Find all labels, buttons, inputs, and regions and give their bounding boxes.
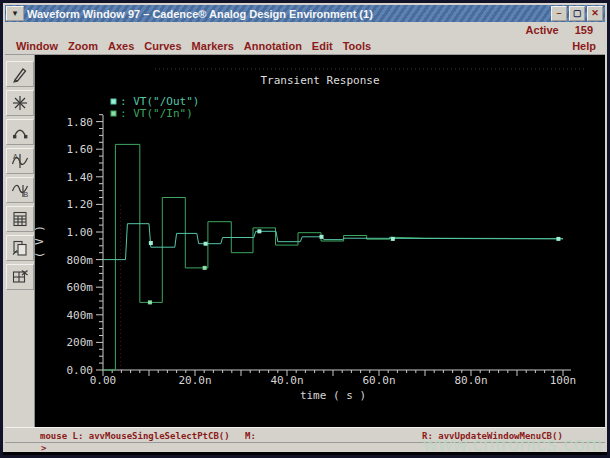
svg-text:0.00: 0.00: [90, 374, 117, 387]
data-point-marker[interactable]: [203, 266, 207, 270]
menu-item-markers[interactable]: Markers: [187, 40, 239, 52]
legend-item: : VT("/In"): [120, 107, 193, 120]
title-bar[interactable]: ▾ Waveform Window 97 – Cadence® Analog D…: [5, 5, 605, 22]
menu-bar: WindowZoomAxesCurvesMarkersAnnotationEdi…: [5, 38, 605, 55]
plot-area[interactable]: 0.0020.0n40.0n60.0n80.0n100n0.00200m400m…: [35, 55, 605, 427]
svg-text:60.0n: 60.0n: [362, 374, 395, 387]
svg-text:600m: 600m: [67, 281, 94, 294]
window-title: Waveform Window 97 – Cadence® Analog Des…: [27, 8, 549, 20]
svg-text:100n: 100n: [550, 374, 577, 387]
series-line-1[interactable]: [103, 144, 563, 370]
data-point-marker[interactable]: [320, 235, 324, 239]
menu-item-curves[interactable]: Curves: [139, 40, 186, 52]
svg-text:1.60: 1.60: [67, 143, 94, 156]
svg-text:1.20: 1.20: [67, 198, 94, 211]
menu-item-window[interactable]: Window: [5, 40, 63, 52]
mouse-left-binding: mouse L: avvMouseSingleSelectPtCB(): [40, 431, 230, 441]
menu-item-axes[interactable]: Axes: [103, 40, 139, 52]
svg-text:20.0n: 20.0n: [178, 374, 211, 387]
svg-text:200m: 200m: [67, 336, 94, 349]
arc-markers-icon[interactable]: [6, 119, 34, 145]
transient-chart[interactable]: 0.0020.0n40.0n60.0n80.0n100n0.00200m400m…: [35, 55, 605, 429]
chart-title: Transient Response: [260, 74, 379, 87]
window-controls: – ▢ ✕: [549, 6, 603, 21]
main-area: A B: [5, 55, 605, 427]
data-point-marker[interactable]: [556, 237, 560, 241]
data-point-marker[interactable]: [391, 237, 395, 241]
mouse-right-binding: R: avvUpdateWindowMenuCB(): [422, 431, 563, 441]
active-label: Active: [526, 24, 559, 36]
svg-text:400m: 400m: [67, 309, 94, 322]
menu-item-annotation[interactable]: Annotation: [239, 40, 307, 52]
svg-text:800m: 800m: [67, 254, 94, 267]
svg-text:40.0n: 40.0n: [270, 374, 303, 387]
menubar-items: WindowZoomAxesCurvesMarkersAnnotationEdi…: [5, 40, 376, 52]
menu-item-zoom[interactable]: Zoom: [63, 40, 103, 52]
pen-icon[interactable]: [6, 61, 34, 87]
status-bar: mouse L: avvMouseSingleSelectPtCB() M: R…: [5, 427, 605, 443]
bottom-strip: [3, 452, 607, 455]
copy-icon[interactable]: [6, 235, 34, 261]
svg-text:0.00: 0.00: [67, 364, 94, 377]
menu-item-edit[interactable]: Edit: [307, 40, 338, 52]
svg-text:1.00: 1.00: [67, 226, 94, 239]
x-axis-title: time ( s ): [300, 389, 366, 402]
svg-text:1.40: 1.40: [67, 171, 94, 184]
active-status-row: Active 159: [5, 22, 605, 38]
legend-swatch: [111, 111, 116, 116]
waveform-window: ▾ Waveform Window 97 – Cadence® Analog D…: [0, 0, 610, 458]
svg-text:80.0n: 80.0n: [454, 374, 487, 387]
calculator-icon[interactable]: [6, 206, 34, 232]
star-icon[interactable]: [6, 90, 34, 116]
legend-swatch: [111, 99, 116, 104]
svg-text:B: B: [23, 191, 28, 198]
svg-text:1.80: 1.80: [67, 116, 94, 129]
data-point-marker[interactable]: [257, 229, 261, 233]
data-point-marker[interactable]: [148, 300, 152, 304]
axis-labels: 0.0020.0n40.0n60.0n80.0n100n0.00200m400m…: [35, 116, 576, 402]
data-point-marker[interactable]: [204, 242, 208, 246]
menu-item-tools[interactable]: Tools: [338, 40, 377, 52]
left-toolbar: A B: [5, 55, 35, 427]
marker-a-icon[interactable]: A: [6, 148, 34, 174]
data-point-marker[interactable]: [149, 241, 153, 245]
close-button[interactable]: ✕: [587, 6, 603, 21]
window-cut-icon[interactable]: [6, 264, 34, 290]
mouse-middle-binding: M:: [245, 431, 256, 441]
svg-text:A: A: [13, 153, 18, 160]
y-axis-title: ( V ): [35, 225, 46, 258]
active-count: 159: [575, 24, 593, 36]
marker-b-icon[interactable]: B: [6, 177, 34, 203]
series-line-0[interactable]: [103, 224, 563, 260]
minimize-button[interactable]: –: [551, 6, 567, 21]
menu-item-help[interactable]: Help: [567, 40, 605, 52]
window-menu-button[interactable]: ▾: [6, 6, 24, 21]
maximize-button[interactable]: ▢: [569, 6, 585, 21]
axes: [96, 115, 571, 376]
